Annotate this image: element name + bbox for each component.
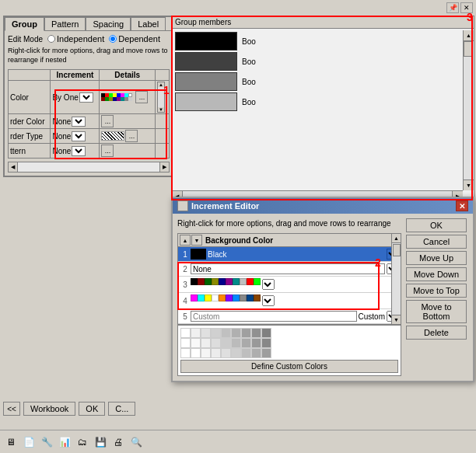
pal-3-4[interactable] — [211, 348, 221, 358]
pal-2-3[interactable] — [201, 338, 211, 348]
pattern-details-btn[interactable]: ... — [101, 145, 114, 157]
pal-2-8[interactable] — [251, 338, 261, 348]
pal-light5[interactable] — [231, 328, 241, 338]
dialog-close-btn[interactable]: ✕ — [456, 200, 468, 211]
pal-3-8[interactable] — [251, 348, 261, 358]
dialog-title-left: Increment Editor — [177, 200, 259, 211]
inc-row-1[interactable]: 1 Black — [178, 247, 401, 262]
pal-3-1[interactable] — [180, 348, 191, 358]
define-custom-btn[interactable]: Define Custom Colors — [180, 360, 398, 373]
pal-3-9[interactable] — [261, 348, 271, 358]
header-up-btn[interactable]: ▲ — [180, 235, 191, 246]
inc-scroll-up[interactable]: ▲ — [392, 234, 401, 243]
pal-light6[interactable] — [241, 328, 251, 338]
taskbar-icon-6[interactable]: 💾 — [93, 434, 108, 450]
pal-light2[interactable] — [201, 328, 211, 338]
group-panel: Group Pattern Spacing Label Edit Mode In… — [3, 16, 174, 177]
header-down-btn[interactable]: ▼ — [191, 235, 202, 246]
pal-2-5[interactable] — [221, 338, 231, 348]
dialog-ok-btn[interactable]: OK — [406, 218, 467, 232]
cancel-bottom-btn[interactable]: C... — [108, 402, 135, 416]
color-increment-select[interactable] — [79, 92, 93, 103]
independent-radio[interactable] — [47, 35, 55, 43]
dialog-move-up-btn[interactable]: Move Up — [406, 251, 467, 265]
pal-2-1[interactable] — [180, 338, 191, 348]
gm-scroll-down[interactable]: ▼ — [464, 179, 474, 190]
taskbar-icon-7[interactable]: 🖨 — [110, 434, 126, 450]
inc-row-4[interactable]: 4 — [178, 293, 401, 309]
inc-row-content-3 — [191, 278, 399, 291]
pal-2-6[interactable] — [231, 338, 241, 348]
inc-row-num-1: 1 — [180, 250, 191, 259]
pal-2-7[interactable] — [241, 338, 251, 348]
taskbar-icon-5[interactable]: 🗂 — [75, 434, 90, 450]
pin-icon[interactable]: 📌 — [446, 2, 459, 13]
independent-radio-label[interactable]: Independent — [47, 34, 104, 44]
dialog-titlebar: Increment Editor ✕ — [173, 198, 473, 214]
hscroll-right-btn[interactable]: ▶ — [159, 162, 169, 172]
dialog-delete-btn[interactable]: Delete — [406, 326, 467, 340]
inc-list-header: ▲ ▼ Background Color — [178, 234, 401, 247]
row-empty-border-type — [156, 129, 170, 144]
inc-row-5[interactable]: 5 Custom — [178, 309, 401, 324]
border-color-select[interactable] — [72, 117, 86, 127]
border-color-details-btn[interactable]: ... — [101, 115, 114, 127]
inc-row-3[interactable]: 3 — [178, 277, 401, 293]
cg-silver — [240, 278, 247, 285]
pattern-select[interactable] — [72, 146, 86, 156]
pal-light1[interactable] — [191, 328, 201, 338]
taskbar-icon-3[interactable]: 🔧 — [39, 434, 54, 450]
scroll-down-arrow[interactable]: ▼ — [158, 107, 164, 112]
pal-3-2[interactable] — [191, 348, 201, 358]
workbook-btn[interactable]: Workbook — [23, 402, 75, 416]
inc-row-content-5: Custom — [191, 311, 399, 322]
inc-row-2-input[interactable] — [191, 263, 385, 274]
tab-pattern[interactable]: Pattern — [44, 17, 86, 30]
scroll-thumb-color — [158, 87, 164, 107]
color-details-button[interactable]: ... — [135, 91, 148, 103]
tab-group[interactable]: Group — [5, 17, 44, 31]
taskbar-icon-2[interactable]: 📄 — [21, 434, 37, 450]
ok-bottom-btn[interactable]: OK — [79, 402, 105, 416]
cg-darkmagenta — [226, 278, 233, 285]
inc-scroll-down[interactable]: ▼ — [392, 315, 401, 324]
pal-light4[interactable] — [221, 328, 231, 338]
dialog-move-to-bottom-btn[interactable]: Move to Bottom — [406, 300, 467, 323]
dependent-radio[interactable] — [109, 35, 117, 43]
inc-row-4-select[interactable] — [262, 295, 275, 306]
taskbar-icon-1[interactable]: 🖥 — [3, 434, 19, 450]
pal-3-6[interactable] — [231, 348, 241, 358]
edit-mode-label: Edit Mode — [8, 35, 43, 44]
pal-2-9[interactable] — [261, 338, 271, 348]
pal-3-3[interactable] — [201, 348, 211, 358]
inc-row-5-input[interactable] — [191, 311, 357, 322]
taskbar-icon-8[interactable]: 🔍 — [128, 434, 144, 450]
pal-2-4[interactable] — [211, 338, 221, 348]
pal-light3[interactable] — [211, 328, 221, 338]
tab-spacing[interactable]: Spacing — [86, 17, 131, 30]
inc-row-3-select[interactable] — [262, 279, 275, 290]
dialog-cancel-btn[interactable]: Cancel — [406, 235, 467, 249]
dependent-radio-label[interactable]: Dependent — [109, 34, 160, 44]
close-icon[interactable]: ✕ — [460, 2, 473, 13]
dialog-body: Right-click for more options, drag and m… — [173, 214, 473, 381]
pal-3-5[interactable] — [221, 348, 231, 358]
hscroll-left-btn[interactable]: ◀ — [9, 162, 18, 172]
hatch-swatches: ... — [101, 130, 153, 142]
border-type-details-btn[interactable]: ... — [125, 130, 138, 142]
border-type-select[interactable] — [72, 131, 86, 141]
pal-3-7[interactable] — [241, 348, 251, 358]
gm-scroll-up[interactable]: ▲ — [464, 30, 474, 41]
dialog-move-to-top-btn[interactable]: Move to Top — [406, 284, 467, 298]
dialog-move-down-btn[interactable]: Move Down — [406, 267, 467, 281]
pal-white[interactable] — [180, 328, 191, 338]
gm-row-4: Boo — [175, 92, 471, 111]
inc-row-2[interactable]: 2 — [178, 262, 401, 277]
tab-label[interactable]: Label — [131, 17, 166, 30]
pal-gray[interactable] — [261, 328, 271, 338]
group-content: Edit Mode Independent Dependent Right-cl… — [5, 31, 173, 176]
pal-2-2[interactable] — [191, 338, 201, 348]
pal-light7[interactable] — [251, 328, 261, 338]
taskbar-icon-4[interactable]: 📊 — [57, 434, 72, 450]
nav-left-btn[interactable]: << — [3, 402, 20, 416]
